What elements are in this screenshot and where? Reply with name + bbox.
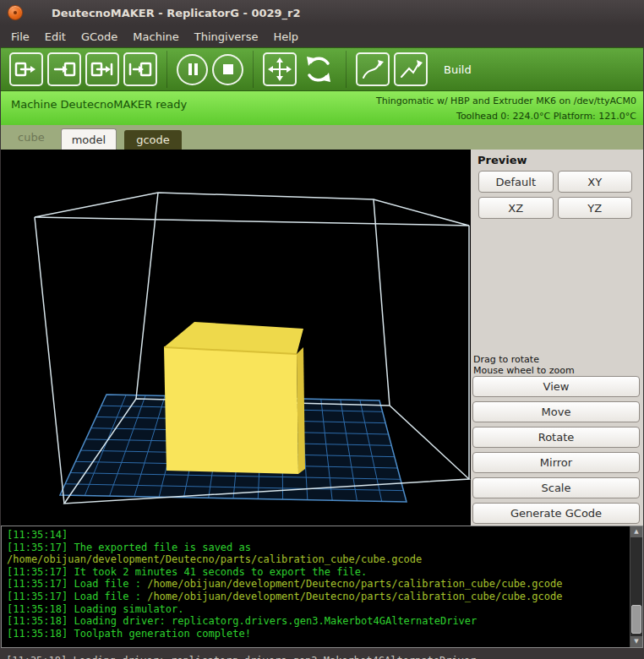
console-panel[interactable]: [11:35:14][11:35:17] The exported file i… — [1, 526, 643, 648]
rotate-view-icon — [303, 54, 334, 84]
model-cube — [164, 322, 305, 474]
generate-gcode-button[interactable]: Generate GCode — [472, 503, 640, 524]
pause-button[interactable] — [177, 54, 208, 85]
title-bar: DeutecnoMAKER - ReplicatorG - 0029_r2 — [0, 0, 644, 25]
hint-drag-to-rotate: Drag to rotate — [473, 354, 575, 365]
menu-bar: File Edit GCode Machine Thingiverse Help — [0, 25, 644, 47]
view-preset-buttons: Default XY XZ YZ — [478, 171, 632, 219]
build-button[interactable]: Build — [444, 63, 472, 76]
pause-icon — [180, 57, 205, 82]
scale-button[interactable]: Scale — [472, 477, 640, 498]
machine-connect-button[interactable] — [9, 52, 43, 86]
menu-help[interactable]: Help — [265, 28, 306, 46]
machine-disconnect-icon — [52, 57, 77, 82]
export-toolpath-button[interactable] — [394, 52, 428, 86]
toolbar-separator — [166, 51, 167, 88]
build-from-file-icon — [128, 57, 153, 82]
menu-file[interactable]: File — [3, 28, 37, 46]
tab-gcode[interactable]: gcode — [124, 130, 182, 150]
menu-edit[interactable]: Edit — [37, 28, 74, 46]
rotate-button[interactable]: Rotate — [472, 427, 640, 448]
stop-button[interactable] — [212, 54, 243, 85]
pan-view-icon — [267, 57, 292, 82]
stop-icon — [216, 57, 241, 82]
close-window-button[interactable] — [8, 5, 23, 20]
clipped-log-line: [11:35:18] Loading driver: replicatorg.d… — [1, 648, 643, 659]
console-line: [11:35:17] The exported file is saved as — [7, 542, 627, 554]
mirror-button[interactable]: Mirror — [472, 452, 640, 473]
console-log: [11:35:14][11:35:17] The exported file i… — [7, 529, 627, 640]
window-title: DeutecnoMAKER - ReplicatorG - 0029_r2 — [52, 7, 301, 19]
machine-connect-icon — [14, 57, 39, 82]
tab-bar: cube model gcode — [1, 125, 643, 150]
toolbar-separator — [346, 51, 347, 88]
model-3d-scene — [1, 150, 471, 526]
hint-mouse-wheel-zoom: Mouse wheel to zoom — [473, 365, 575, 376]
model-viewport[interactable] — [1, 150, 471, 526]
build-from-file-button[interactable] — [123, 52, 157, 86]
simulate-toolpath-icon — [360, 57, 385, 82]
console-line: [11:35:18] Toolpath generation complete! — [7, 628, 627, 640]
temperature-readout: Toolhead 0: 224.0°C Platform: 121.0°C — [376, 111, 636, 122]
app-window: DeutecnoMAKER - ReplicatorG - 0029_r2 Fi… — [0, 0, 644, 659]
pan-view-button[interactable] — [263, 52, 297, 86]
machine-disconnect-button[interactable] — [47, 52, 81, 86]
view-xz-button[interactable]: XZ — [478, 197, 554, 219]
view-default-button[interactable]: Default — [478, 171, 554, 193]
console-line: [11:35:17] Load file : /home/obijuan/dev… — [7, 578, 627, 591]
status-bar: Machine DeutecnoMAKER ready Thingomatic … — [1, 91, 643, 125]
preview-panel: Preview Default XY XZ YZ Drag to rotate … — [471, 150, 643, 526]
simulate-toolpath-button[interactable] — [356, 52, 390, 86]
console-line: [11:35:17] Load file : /home/obijuan/dev… — [7, 591, 627, 603]
tab-model[interactable]: model — [61, 128, 117, 150]
scrollbar-thumb[interactable] — [631, 605, 641, 634]
console-line: /home/obijuan/development/Deutecno/parts… — [7, 553, 627, 566]
machine-info: Thingomatic w/ HBP and Extruder MK6 on /… — [376, 95, 636, 106]
scroll-up-button[interactable]: ▲ — [630, 526, 642, 537]
console-line: [11:35:18] Loading simulator. — [7, 603, 627, 616]
console-line: [11:35:17] It took 2 minutes 41 seconds … — [7, 566, 627, 579]
console-scrollbar[interactable]: ▲ ▼ — [630, 526, 642, 647]
move-button[interactable]: Move — [472, 401, 640, 422]
machine-status-message: Machine DeutecnoMAKER ready — [11, 95, 187, 122]
view-xy-button[interactable]: XY — [558, 171, 633, 193]
build-to-file-icon — [90, 57, 115, 82]
menu-machine[interactable]: Machine — [125, 28, 186, 46]
rotate-view-button[interactable] — [301, 52, 336, 86]
export-toolpath-icon — [398, 57, 423, 82]
scroll-down-button[interactable]: ▼ — [630, 636, 642, 647]
console-line: [11:35:18] Loading driver: replicatorg.d… — [7, 615, 627, 628]
toolbar-separator — [253, 51, 254, 88]
menu-thingiverse[interactable]: Thingiverse — [187, 28, 266, 46]
console-line: [11:35:14] — [7, 529, 627, 542]
viewport-hints: Drag to rotate Mouse wheel to zoom — [473, 354, 575, 376]
menu-gcode[interactable]: GCode — [74, 28, 125, 46]
view-button[interactable]: View — [472, 376, 640, 397]
tab-cube[interactable]: cube — [9, 131, 53, 150]
toolbar: Build — [1, 47, 643, 91]
build-to-file-button[interactable] — [85, 52, 119, 86]
preview-panel-title: Preview — [478, 154, 527, 166]
view-yz-button[interactable]: YZ — [558, 197, 633, 219]
model-tool-buttons: View Move Rotate Mirror Scale Generate G… — [472, 376, 640, 524]
